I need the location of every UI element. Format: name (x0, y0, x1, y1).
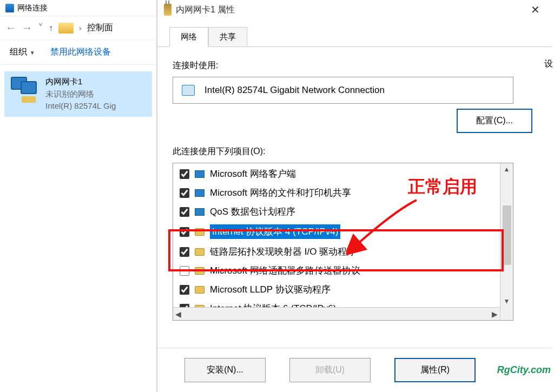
protocol-icon (195, 286, 205, 294)
connect-device-name: Intel(R) 82574L Gigabit Network Connecti… (205, 85, 385, 96)
tab-strip: 网络 共享 (157, 19, 552, 47)
list-item[interactable]: Microsoft 网络的文件和打印机共享 (173, 183, 500, 202)
up-arrow-icon[interactable]: ↑ (49, 23, 53, 33)
chevron-down-icon: ▼ (28, 50, 35, 56)
item-checkbox[interactable] (180, 247, 189, 257)
adapter-text: 内网网卡1 未识别的网络 Intel(R) 82574L Gig (45, 76, 116, 112)
organize-button[interactable]: 组织 ▼ (10, 46, 35, 58)
list-item[interactable]: Internet 协议版本 4 (TCP/IPv4) (173, 221, 500, 242)
nic-icon (182, 85, 195, 96)
scroll-down-icon[interactable]: ▼ (504, 297, 510, 305)
items-listbox: Microsoft 网络客户端Microsoft 网络的文件和打印机共享QoS … (173, 163, 513, 321)
protocol-icon (195, 228, 205, 236)
bg-toolbar: 组织 ▼ 禁用此网络设备 (0, 40, 156, 65)
vertical-scrollbar[interactable]: ▲ ▼ (500, 163, 513, 320)
adapter-device: Intel(R) 82574L Gig (45, 100, 116, 112)
item-label: Microsoft 网络适配器多路传送器协议 (210, 264, 360, 277)
scroll-thumb[interactable] (503, 205, 511, 265)
protocol-icon (195, 248, 205, 256)
item-label: 链路层拓扑发现映射器 I/O 驱动程序 (210, 245, 356, 258)
items-list[interactable]: Microsoft 网络客户端Microsoft 网络的文件和打印机共享QoS … (173, 163, 500, 320)
list-item[interactable]: 链路层拓扑发现映射器 I/O 驱动程序 (173, 242, 500, 261)
dialog-button-row: 安装(N)... 卸载(U) 属性(R) (157, 348, 552, 392)
adapter-item[interactable]: 内网网卡1 未识别的网络 Intel(R) 82574L Gig (4, 71, 152, 117)
item-label: Microsoft LLDP 协议驱动程序 (210, 283, 331, 296)
monitor-icon (195, 208, 205, 216)
item-label: Internet 协议版本 4 (TCP/IPv4) (210, 224, 340, 239)
scroll-right-icon[interactable]: ▶ (492, 310, 498, 318)
install-button[interactable]: 安装(N)... (184, 358, 266, 382)
item-checkbox[interactable] (180, 227, 189, 237)
uninstall-button: 卸载(U) (289, 358, 371, 382)
item-checkbox[interactable] (180, 188, 189, 198)
tab-sharing[interactable]: 共享 (208, 27, 247, 46)
list-item[interactable]: QoS 数据包计划程序 (173, 202, 500, 221)
item-label: Microsoft 网络客户端 (210, 168, 296, 180)
network-icon (5, 4, 14, 12)
item-label: QoS 数据包计划程序 (210, 205, 295, 218)
item-checkbox[interactable] (180, 285, 189, 295)
connect-device-box: Intel(R) 82574L Gigabit Network Connecti… (173, 77, 513, 104)
truncated-text: 设 (544, 58, 553, 70)
dialog-titlebar: 内网网卡1 属性 ✕ (157, 0, 552, 19)
breadcrumb-separator-icon: › (79, 24, 82, 32)
close-button[interactable]: ✕ (525, 1, 545, 18)
scroll-up-icon[interactable]: ▲ (504, 165, 510, 173)
network-connections-window: 网络连接 ← → ˅ ↑ › 控制面 组织 ▼ 禁用此网络设备 内网网卡1 未识… (0, 0, 157, 392)
breadcrumb-text[interactable]: 控制面 (87, 22, 113, 34)
horizontal-scrollbar[interactable]: ◀ ▶ (173, 307, 500, 320)
watermark: RgCity.com (497, 364, 551, 376)
items-label: 此连接使用下列项目(O): (173, 146, 537, 157)
back-arrow-icon[interactable]: ← (5, 22, 16, 34)
folder-icon (58, 23, 74, 34)
adapter-name: 内网网卡1 (45, 76, 116, 88)
protocol-icon (195, 267, 205, 275)
dropdown-arrow-icon[interactable]: ˅ (38, 22, 43, 35)
properties-button[interactable]: 属性(R) (394, 358, 476, 382)
bg-title-text: 网络连接 (17, 3, 48, 13)
disable-device-button[interactable]: 禁用此网络设备 (50, 46, 111, 58)
scroll-left-icon[interactable]: ◀ (175, 310, 181, 318)
bg-titlebar: 网络连接 (0, 0, 156, 16)
dialog-title: 内网网卡1 属性 (176, 4, 235, 16)
nav-bar: ← → ˅ ↑ › 控制面 (0, 16, 156, 40)
forward-arrow-icon: → (22, 22, 32, 34)
plug-icon (164, 4, 172, 16)
item-checkbox[interactable] (180, 266, 189, 276)
adapter-icon (9, 76, 40, 104)
properties-dialog: 内网网卡1 属性 ✕ 网络 共享 连接时使用: Intel(R) 82574L … (157, 0, 552, 392)
dialog-body: 连接时使用: Intel(R) 82574L Gigabit Network C… (157, 47, 552, 321)
monitor-icon (195, 189, 205, 197)
list-item[interactable]: Microsoft 网络适配器多路传送器协议 (173, 261, 500, 280)
list-item[interactable]: Microsoft LLDP 协议驱动程序 (173, 280, 500, 299)
item-label: Microsoft 网络的文件和打印机共享 (210, 187, 351, 199)
tab-network[interactable]: 网络 (169, 27, 208, 47)
item-checkbox[interactable] (180, 207, 189, 217)
monitor-icon (195, 170, 205, 178)
adapter-status: 未识别的网络 (45, 88, 116, 101)
item-checkbox[interactable] (180, 169, 189, 179)
list-item[interactable]: Microsoft 网络客户端 (173, 164, 500, 183)
configure-button[interactable]: 配置(C)... (457, 109, 532, 133)
connect-using-label: 连接时使用: (173, 60, 537, 71)
